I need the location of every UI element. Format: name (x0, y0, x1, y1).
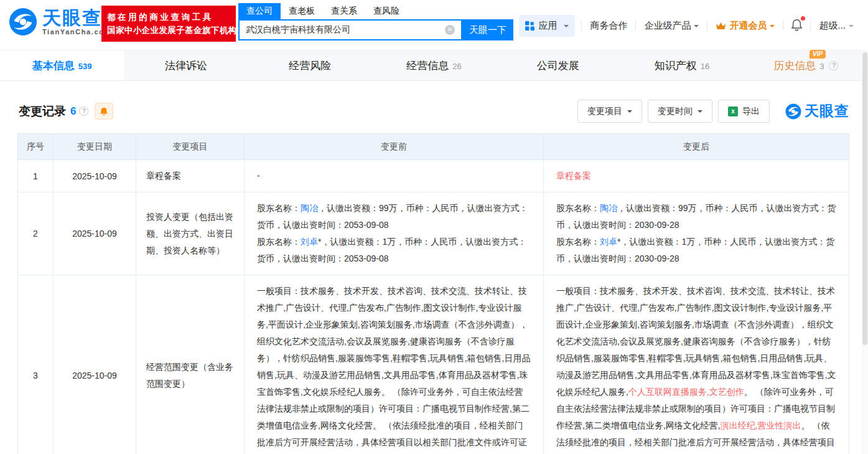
shareholder-link[interactable]: 刘卓 (600, 237, 617, 247)
help-icon[interactable]: ? (829, 61, 838, 70)
section-actions: 变更项目 变更时间 x 导出 天眼查 (577, 100, 849, 123)
table-header-cell: 变更日期 (54, 134, 136, 160)
apps-button[interactable]: 应用 (519, 15, 575, 37)
table-row: 32025-10-09经营范围变更（含业务范围变更）一般项目：技术服务、技术开发… (18, 275, 849, 454)
vip-badge: VIP (810, 50, 826, 59)
change-table: 序号变更日期变更项目变更前变更后 12025-10-09章程备案-章程备案220… (17, 133, 849, 454)
tab-count: 539 (78, 62, 92, 71)
cell-text: 一般项目：技术服务、技术开发、技术咨询、技术交流、技术转让、技术推广,广告设计、… (556, 286, 836, 397)
apps-grid-icon (525, 21, 534, 31)
tab-label: 经营风险 (289, 59, 331, 73)
tab-label: 公司发展 (537, 59, 579, 73)
notification-bell-button[interactable] (783, 19, 810, 34)
section-header: 变更记录 6 ? 变更项目 变更时间 x 导出 (19, 100, 849, 123)
caret-down-icon (627, 110, 632, 115)
cell-date: 2025-10-09 (54, 160, 136, 192)
business-coop-link[interactable]: 商务合作 (582, 20, 635, 32)
cell-text: 股东名称： (556, 203, 600, 213)
cell-before: 股东名称：陶冶，认缴出资额：99万，币种：人民币，认缴出资方式：货币，认缴出资时… (245, 192, 544, 275)
filter-project-button[interactable]: 变更项目 (577, 100, 642, 123)
cell-item: 章程备案 (136, 160, 245, 192)
search-button[interactable]: 天眼一下 (462, 19, 513, 40)
cell-after: 章程备案 (544, 160, 849, 192)
vip-button[interactable]: 开通会员 (707, 20, 783, 32)
search-tab[interactable]: 查风险 (365, 3, 408, 19)
company-tab[interactable]: 经营信息26 (372, 50, 496, 80)
search-input[interactable] (246, 25, 445, 35)
subscribe-bell-button[interactable] (95, 103, 113, 120)
tab-label: 历史信息VIP (773, 59, 816, 73)
watermark-text: 天眼查 (805, 102, 849, 121)
caret-down-icon (564, 25, 569, 30)
bell-icon (100, 106, 108, 116)
table-row: 22025-10-09投资人变更（包括出资额、出资方式、出资日期、投资人名称等）… (18, 192, 849, 275)
logo-swirl-icon (9, 7, 37, 36)
caret-down-icon (770, 25, 775, 30)
section-title: 变更记录 (19, 103, 66, 120)
search-tab[interactable]: 查老板 (281, 3, 323, 19)
changed-text: 章程备案 (556, 171, 591, 181)
company-tab[interactable]: 知识产权16 (620, 50, 744, 80)
company-tab[interactable]: 法律诉讼 (124, 50, 248, 80)
company-tab[interactable]: 经营风险 (248, 50, 372, 80)
cell-date: 2025-10-09 (54, 192, 136, 275)
search-tabs: 查公司查老板查关系查风险 (238, 3, 513, 19)
table-header-cell: 变更后 (544, 134, 849, 160)
search-input-box: ✕ (238, 19, 462, 40)
cell-item: 经营范围变更（含业务范围变更） (136, 275, 245, 454)
scrollbar-thumb[interactable] (862, 52, 867, 345)
slogan-badge: 都在用的商业查询工具 国家中小企业发展子基金旗下机构 (101, 6, 236, 42)
search-tab[interactable]: 查公司 (238, 3, 281, 19)
caret-down-icon (849, 25, 854, 30)
company-tab[interactable]: 历史信息VIP3? (744, 50, 868, 80)
tab-label: 知识产权 (655, 59, 697, 73)
tyc-logo[interactable]: 天眼查 TianYanCha.com (9, 7, 111, 36)
scrollbar[interactable] (862, 50, 868, 454)
tab-label: 基本信息 (32, 59, 75, 73)
slogan-line-1: 都在用的商业查询工具 (107, 11, 230, 24)
tab-label: 经营信息 (406, 59, 449, 73)
cell-text: 股东名称： (257, 203, 301, 213)
table-header-cell: 变更项目 (136, 134, 245, 160)
search-area: 查公司查老板查关系查风险 ✕ 天眼一下 (238, 3, 513, 40)
table-header-cell: 序号 (18, 134, 54, 160)
search-tab[interactable]: 查关系 (323, 3, 365, 19)
cell-no: 2 (18, 192, 54, 275)
table-row: 12025-10-09章程备案-章程备案 (18, 160, 849, 192)
watermark-logo: 天眼查 (785, 102, 849, 121)
cell-text: - (257, 171, 260, 181)
table-header-cell: 变更前 (245, 134, 544, 160)
changed-text: 个人互联网直播服务,文艺创作 (628, 387, 744, 397)
cell-no: 3 (18, 275, 54, 454)
cell-before: 一般项目：技术服务、技术开发、技术咨询、技术交流、技术转让、技术推广,广告设计、… (245, 275, 544, 454)
logo-swirl-icon (785, 103, 801, 120)
main-content: 变更记录 6 ? 变更项目 变更时间 x 导出 (0, 100, 868, 454)
section-help-icon[interactable]: ? (79, 106, 88, 116)
cell-text: 一般项目：技术服务、技术开发、技术咨询、技术交流、技术转让、技术推广,广告设计、… (257, 286, 530, 454)
caret-down-icon (694, 25, 699, 30)
cell-after: 一般项目：技术服务、技术开发、技术咨询、技术交流、技术转让、技术推广,广告设计、… (544, 275, 849, 454)
notification-dot (801, 16, 805, 21)
tab-count: 3 (819, 62, 824, 71)
cell-text: 股东名称： (556, 237, 600, 247)
site-header: 天眼查 TianYanCha.com 都在用的商业查询工具 国家中小企业发展子基… (0, 0, 868, 50)
cell-date: 2025-10-09 (54, 275, 136, 454)
filter-time-button[interactable]: 变更时间 (648, 100, 712, 123)
shareholder-link[interactable]: 陶冶 (600, 203, 617, 213)
tab-count: 26 (452, 62, 461, 71)
shareholder-link[interactable]: 陶冶 (301, 203, 318, 213)
shareholder-link[interactable]: 刘卓 (301, 237, 318, 247)
header-nav: 应用 商务合作 企业级产品 开通会员 (519, 15, 862, 37)
excel-icon: x (728, 106, 738, 116)
company-tab[interactable]: 基本信息539 (0, 50, 124, 80)
apps-label: 应用 (538, 20, 557, 32)
tab-label: 法律诉讼 (165, 59, 207, 73)
cell-after: 股东名称：陶冶，认缴出资额：99万，币种：人民币，认缴出资方式：货币，认缴出资时… (544, 192, 849, 275)
super-vip-link[interactable]: 超级... (811, 20, 862, 32)
company-tab[interactable]: 公司发展 (496, 50, 620, 80)
cell-before: - (245, 160, 544, 192)
clear-icon[interactable]: ✕ (445, 25, 455, 35)
enterprise-product-link[interactable]: 企业级产品 (636, 20, 707, 32)
change-table-body: 12025-10-09章程备案-章程备案22025-10-09投资人变更（包括出… (18, 160, 849, 454)
export-button[interactable]: x 导出 (718, 100, 770, 123)
